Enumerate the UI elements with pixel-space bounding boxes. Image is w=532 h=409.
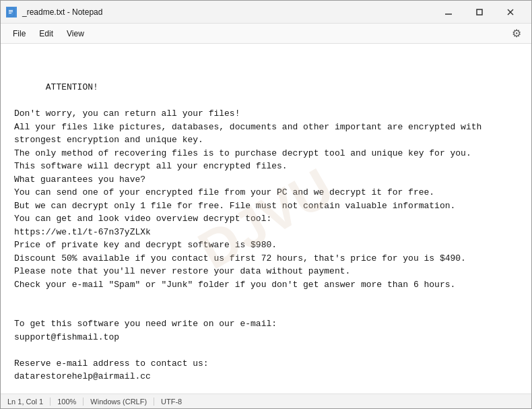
status-bar: Ln 1, Col 1 100% Windows (CRLF) UTF-8 [1,394,531,408]
window-title: _readme.txt - Notepad [22,7,433,17]
content-area: DJVU ATTENTION! Don't worry, you can ret… [1,44,531,394]
settings-icon[interactable]: ⚙ [507,24,526,43]
svg-rect-2 [9,11,13,12]
close-button[interactable] [495,1,526,24]
menu-bar: File Edit View ⚙ [1,24,531,44]
document-text: ATTENTION! Don't worry, you can return a… [14,82,481,394]
zoom-level: 100% [51,398,84,406]
app-icon [6,7,17,18]
svg-rect-3 [9,13,11,13]
notepad-window: _readme.txt - Notepad File Edit View ⚙ D… [0,0,532,409]
text-editor[interactable]: DJVU ATTENTION! Don't worry, you can ret… [1,44,531,394]
cursor-position: Ln 1, Col 1 [7,398,51,406]
edit-menu[interactable]: Edit [32,26,60,41]
file-menu[interactable]: File [6,26,32,41]
svg-rect-5 [477,9,482,15]
line-ending: Windows (CRLF) [84,398,154,406]
svg-rect-1 [9,10,13,11]
maximize-button[interactable] [464,1,495,24]
view-menu[interactable]: View [60,26,91,41]
encoding: UTF-8 [154,398,189,406]
title-bar: _readme.txt - Notepad [1,1,531,24]
minimize-button[interactable] [433,1,464,24]
window-controls [433,1,526,24]
